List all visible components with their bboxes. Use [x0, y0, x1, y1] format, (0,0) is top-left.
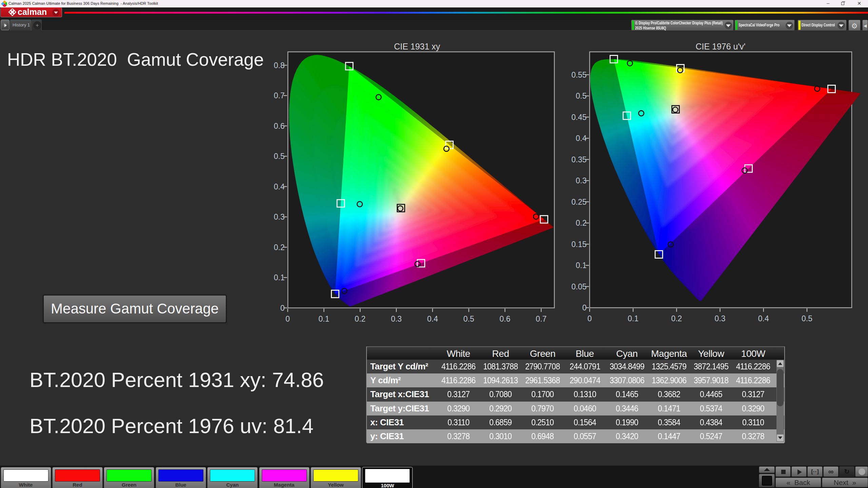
svg-text:0.8: 0.8: [274, 61, 285, 70]
svg-text:0.5: 0.5: [463, 314, 474, 323]
svg-text:0.4: 0.4: [758, 314, 769, 323]
svg-text:0.1: 0.1: [274, 273, 285, 282]
svg-text:0.55: 0.55: [571, 70, 587, 79]
svg-text:0.1: 0.1: [628, 314, 638, 323]
svg-text:0.3: 0.3: [274, 212, 285, 221]
svg-text:0.3: 0.3: [715, 314, 726, 323]
svg-text:0.2: 0.2: [355, 314, 366, 323]
svg-text:0.7: 0.7: [536, 314, 547, 323]
svg-text:0.5: 0.5: [576, 92, 587, 100]
svg-text:0.3: 0.3: [391, 314, 402, 323]
svg-text:0.7: 0.7: [274, 91, 285, 100]
svg-text:0.2: 0.2: [671, 314, 682, 323]
svg-text:0: 0: [285, 314, 290, 323]
svg-text:0.4: 0.4: [274, 182, 285, 191]
svg-text:0: 0: [582, 303, 587, 312]
svg-text:0.6: 0.6: [499, 314, 510, 323]
svg-text:CIE 1931 xy: CIE 1931 xy: [394, 42, 440, 51]
svg-text:0.15: 0.15: [571, 240, 587, 249]
svg-text:0: 0: [588, 314, 592, 323]
svg-text:0.5: 0.5: [802, 314, 812, 323]
svg-text:0.6: 0.6: [274, 122, 285, 130]
svg-text:0.25: 0.25: [571, 198, 587, 206]
svg-text:0.3: 0.3: [576, 176, 587, 185]
svg-text:0.1: 0.1: [318, 314, 329, 323]
svg-text:CIE 1976 u'v': CIE 1976 u'v': [695, 42, 745, 51]
svg-text:0.5: 0.5: [274, 152, 285, 161]
svg-text:0.2: 0.2: [576, 219, 587, 227]
svg-text:0.2: 0.2: [274, 243, 285, 252]
svg-text:0.45: 0.45: [571, 113, 587, 122]
svg-text:0: 0: [280, 304, 285, 312]
svg-text:0.1: 0.1: [576, 261, 587, 270]
svg-text:0.4: 0.4: [576, 134, 587, 143]
svg-text:0.35: 0.35: [571, 155, 587, 164]
svg-text:0.05: 0.05: [571, 282, 587, 291]
svg-text:0.4: 0.4: [427, 314, 438, 323]
